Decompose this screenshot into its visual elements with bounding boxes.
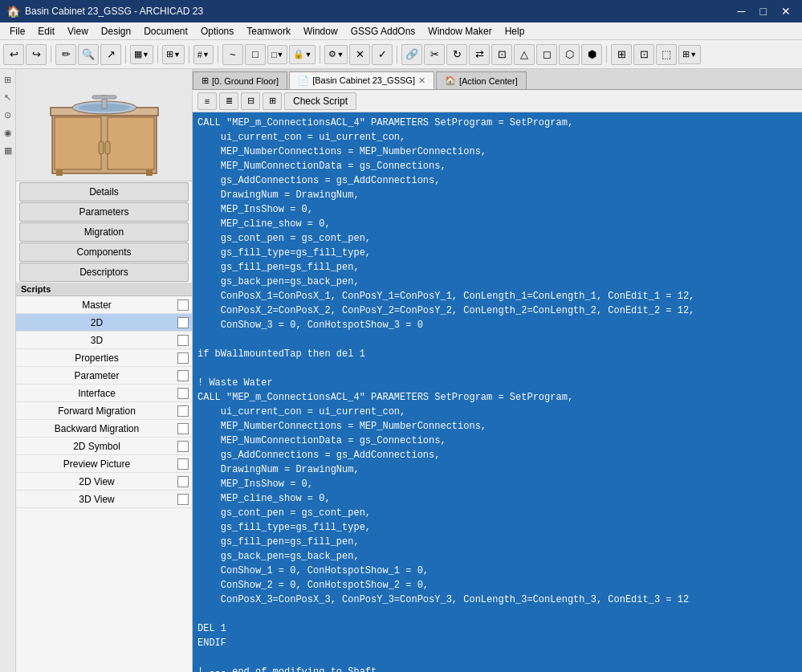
toolbar-btn-3[interactable]: ✏ <box>55 44 76 65</box>
menu-item-options[interactable]: Options <box>194 24 240 39</box>
menu-item-window maker[interactable]: Window Maker <box>421 24 498 39</box>
code-line-4: gs_AddConnections = gs_AddConnections, <box>197 173 797 188</box>
menu-item-design[interactable]: Design <box>95 24 137 39</box>
check-script-button[interactable]: Check Script <box>284 92 356 110</box>
content-area: ⊞[0. Ground Floor]📄[Basin Cabinet 23_GSS… <box>193 69 802 672</box>
toolbar-btn-link[interactable]: 🔗 <box>401 44 422 65</box>
script-checkbox-8[interactable] <box>177 441 189 452</box>
toolbar-btn-rect[interactable]: □ <box>245 44 266 65</box>
icon-pointer[interactable]: ↖ <box>1 90 15 104</box>
toolbar-btn-2[interactable]: ↪ <box>26 44 47 65</box>
script-item-10[interactable]: 2D View <box>16 473 192 491</box>
menu-item-window[interactable]: Window <box>297 24 344 39</box>
script-checkbox-7[interactable] <box>177 423 189 434</box>
minimize-btn[interactable]: ─ <box>733 5 751 18</box>
tab-0[interactable]: ⊞[0. Ground Floor] <box>193 71 287 89</box>
toolbar-dropdown-6[interactable]: ⚙▼ <box>324 45 348 64</box>
script-checkbox-4[interactable] <box>177 370 189 381</box>
toolbar-btn-cut[interactable]: ✂ <box>424 44 445 65</box>
script-item-0[interactable]: Master <box>16 296 192 314</box>
code-line-1: ui_current_con = ui_current_con, <box>197 130 797 145</box>
menu-item-file[interactable]: File <box>3 24 31 39</box>
toolbar-btn-snap3[interactable]: ⬚ <box>656 44 677 65</box>
toolbar-btn-arr1[interactable]: △ <box>514 44 535 65</box>
nav-descriptors[interactable]: Descriptors <box>19 263 189 282</box>
toolbar-btn-snap2[interactable]: ⊡ <box>633 44 654 65</box>
script-checkbox-9[interactable] <box>177 458 189 470</box>
script-item-8[interactable]: 2D Symbol <box>16 438 192 455</box>
toolbar-btn-5[interactable]: ↗ <box>100 44 121 65</box>
toolbar-btn-3d1[interactable]: ⬡ <box>559 44 580 65</box>
tab-1[interactable]: 📄[Basin Cabinet 23_GSSG] ✕ <box>289 71 434 89</box>
script-item-7[interactable]: Backward Migration <box>16 420 192 438</box>
indent-btn-3[interactable]: ⊟ <box>241 92 260 110</box>
nav-details[interactable]: Details <box>19 182 189 202</box>
toolbar-btn-x[interactable]: ✕ <box>349 44 370 65</box>
toolbar-btn-mir[interactable]: ⇄ <box>469 44 490 65</box>
script-item-4[interactable]: Parameter <box>16 367 192 385</box>
code-line-24: DrawingNum = DrawingNum, <box>197 462 797 477</box>
icon-eye[interactable]: ◉ <box>1 125 15 140</box>
code-line-26: MEP_cline_show = 0, <box>197 491 797 506</box>
toolbar-dropdown-3[interactable]: #▼ <box>193 45 214 64</box>
nav-components[interactable]: Components <box>19 242 189 262</box>
script-item-11[interactable]: 3D View <box>16 491 192 508</box>
script-item-9[interactable]: Preview Picture <box>16 455 192 473</box>
script-item-6[interactable]: Forward Migration <box>16 402 192 420</box>
toolbar-dropdown-7[interactable]: ⊞▼ <box>678 45 701 64</box>
indent-btn-4[interactable]: ⊞ <box>263 92 282 110</box>
toolbar-btn-1[interactable]: ↩ <box>3 44 24 65</box>
svg-rect-7 <box>108 117 154 169</box>
menu-item-view[interactable]: View <box>61 24 95 39</box>
indent-btn-2[interactable]: ≣ <box>219 92 238 110</box>
toolbar-dropdown-1[interactable]: ▦▼ <box>130 45 153 64</box>
toolbar-btn-rot[interactable]: ↻ <box>446 44 467 65</box>
script-checkbox-0[interactable] <box>177 299 189 311</box>
tab-2[interactable]: 🏠[Action Center] <box>436 71 527 89</box>
indent-btn-1[interactable]: ≡ <box>197 92 217 110</box>
toolbar-dropdown-5[interactable]: 🔒▼ <box>289 45 316 64</box>
script-checkbox-6[interactable] <box>177 405 189 417</box>
script-checkbox-10[interactable] <box>177 476 189 487</box>
script-item-2[interactable]: 3D <box>16 332 192 349</box>
code-line-35: DEL 1 <box>197 621 797 636</box>
icon-layers[interactable]: ⊞ <box>1 72 15 87</box>
toolbar-btn-check[interactable]: ✓ <box>372 44 393 65</box>
titlebar: 🏠 Basin Cabinet 23_GSSG - ARCHICAD 23 ─ … <box>0 0 802 22</box>
icon-panel[interactable]: ▦ <box>1 143 15 157</box>
script-checkbox-1[interactable] <box>177 317 189 328</box>
script-label-1: 2D <box>19 317 174 328</box>
close-btn[interactable]: ✕ <box>776 5 796 18</box>
code-line-6: MEP_InsShow = 0, <box>197 202 797 217</box>
script-checkbox-5[interactable] <box>177 388 189 399</box>
menu-item-edit[interactable]: Edit <box>31 24 61 39</box>
menu-item-document[interactable]: Document <box>137 24 194 39</box>
menu-item-teamwork[interactable]: Teamwork <box>240 24 297 39</box>
script-checkbox-11[interactable] <box>177 494 189 505</box>
icon-zoom[interactable]: ⊙ <box>1 108 15 122</box>
nav-migration[interactable]: Migration <box>19 222 189 242</box>
script-item-5[interactable]: Interface <box>16 385 192 402</box>
script-item-3[interactable]: Properties <box>16 349 192 367</box>
tab-label-1: [Basin Cabinet 23_GSSG] <box>312 75 415 85</box>
code-editor[interactable]: CALL "MEP_m_ConnectionsACL_4" PARAMETERS… <box>193 112 802 672</box>
tab-close-1[interactable]: ✕ <box>418 75 425 86</box>
script-item-1[interactable]: 2D <box>16 314 192 332</box>
toolbar-dropdown-4[interactable]: □▼ <box>267 45 288 64</box>
script-checkbox-2[interactable] <box>177 335 189 346</box>
toolbar-btn-curve[interactable]: ~ <box>222 44 243 65</box>
tabs-bar: ⊞[0. Ground Floor]📄[Basin Cabinet 23_GSS… <box>193 69 802 90</box>
nav-parameters[interactable]: Parameters <box>19 202 189 222</box>
maximize-btn[interactable]: □ <box>755 5 771 18</box>
toolbar-btn-arr2[interactable]: ◻ <box>536 44 557 65</box>
toolbar-btn-3d2[interactable]: ⬢ <box>581 44 602 65</box>
script-label-11: 3D View <box>19 494 174 505</box>
toolbar-btn-scale[interactable]: ⊡ <box>491 44 512 65</box>
sidebar-icon-strip: ⊞ ↖ ⊙ ◉ ▦ <box>0 69 16 672</box>
toolbar-dropdown-2[interactable]: ⊞▼ <box>162 45 185 64</box>
script-checkbox-3[interactable] <box>177 352 189 364</box>
menu-item-help[interactable]: Help <box>499 24 531 39</box>
toolbar-btn-snap1[interactable]: ⊞ <box>611 44 632 65</box>
menu-item-gssg addons[interactable]: GSSG AddOns <box>344 24 422 39</box>
toolbar-btn-4[interactable]: 🔍 <box>78 44 99 65</box>
